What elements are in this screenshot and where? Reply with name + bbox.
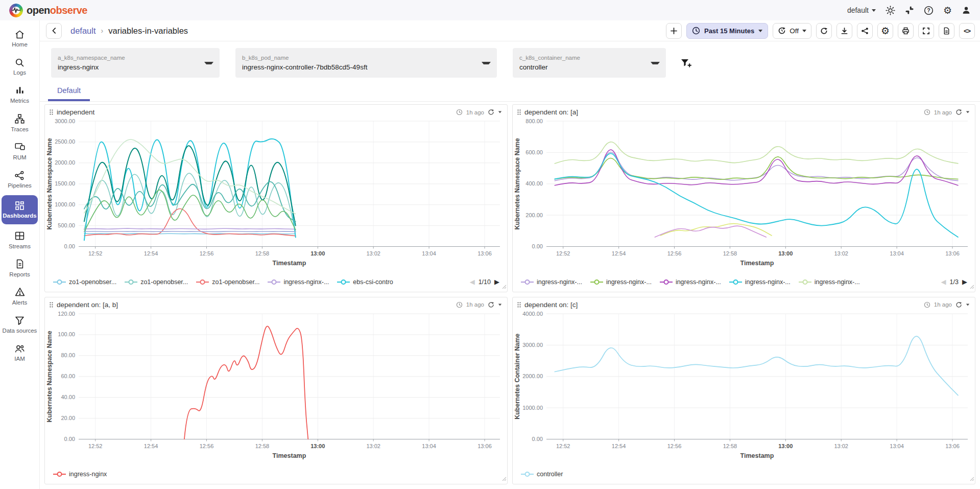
legend-item[interactable]: ingress-nginx-... <box>267 278 329 286</box>
help-icon[interactable]: ? <box>924 6 934 15</box>
drag-handle-icon[interactable] <box>517 109 521 115</box>
sidebar-item-home[interactable]: Home <box>0 25 39 52</box>
svg-text:12:58: 12:58 <box>723 250 737 257</box>
app-header: openobserve default ? ⚙ <box>0 0 980 20</box>
legend-item[interactable]: ingress-nginx-... <box>520 278 582 286</box>
legend-next-icon[interactable]: ▶ <box>494 278 499 286</box>
sidebar-item-streams[interactable]: Streams <box>0 227 39 253</box>
legend-item[interactable]: ingress-nginx-... <box>729 278 791 286</box>
logo-observe: observe <box>50 5 87 16</box>
last-refreshed-label: 1h ago <box>466 109 484 115</box>
legend-item[interactable]: ebs-csi-contro <box>337 278 393 286</box>
panel-menu-icon[interactable] <box>498 111 501 113</box>
chevron-down-icon <box>482 62 491 64</box>
legend-item[interactable]: zo1-openobser... <box>53 278 116 286</box>
legend-prev-icon[interactable]: ◀ <box>470 278 475 286</box>
legend-label: ingress-nginx-... <box>537 278 582 286</box>
sidebar-item-pipelines[interactable]: Pipelines <box>0 166 39 193</box>
chart-dependent-c[interactable]: 0.001000.002000.003000.004000.0012:5212:… <box>513 309 975 467</box>
variable-pod-select[interactable]: b_k8s_pod_name ingress-nginx-controller-… <box>235 48 497 78</box>
chart-dependent-a[interactable]: 0.00200.00400.00600.00800.0012:5212:5412… <box>513 117 975 274</box>
sidebar-item-logs[interactable]: Logs <box>0 53 39 80</box>
drag-handle-icon[interactable] <box>517 302 521 308</box>
legend-item[interactable]: ingress-nginx-... <box>798 278 860 286</box>
drag-handle-icon[interactable] <box>50 109 53 115</box>
panel-refresh-icon[interactable] <box>955 301 962 308</box>
share-button[interactable] <box>857 23 873 39</box>
logo-open: open <box>27 5 50 16</box>
org-selector-value: default <box>847 6 869 14</box>
variable-namespace-select[interactable]: a_k8s_namespace_name ingress-nginx <box>51 48 220 78</box>
panel-menu-icon[interactable] <box>498 304 501 306</box>
panel-refresh-icon[interactable] <box>488 109 494 115</box>
legend-item[interactable]: ingress-nginx <box>53 471 107 478</box>
panel-menu-icon[interactable] <box>966 111 969 113</box>
settings-gear-icon[interactable]: ⚙ <box>943 6 952 15</box>
sidebar-item-alerts[interactable]: Alerts <box>0 283 39 310</box>
auto-refresh-button[interactable]: Off <box>773 23 811 39</box>
panel-refresh-icon[interactable] <box>488 301 494 308</box>
drag-handle-icon[interactable] <box>50 302 53 308</box>
sidebar-item-dashboards[interactable]: Dashboards <box>2 195 38 224</box>
svg-text:0.00: 0.00 <box>64 243 75 249</box>
sidebar-item-reports[interactable]: Reports <box>0 255 39 282</box>
back-button[interactable] <box>46 23 62 39</box>
resize-handle-icon[interactable] <box>969 282 974 291</box>
legend-item[interactable]: zo1-openobser... <box>124 278 188 286</box>
legend-item[interactable]: ingress-nginx-... <box>590 278 652 286</box>
panels-grid: independent 1h ago 0.00500.001000.001500… <box>40 102 980 489</box>
legend-marker-icon <box>590 279 604 285</box>
resize-handle-icon[interactable] <box>501 282 506 291</box>
last-refreshed-label: 1h ago <box>466 301 484 308</box>
legend-item[interactable]: zo1-openobser... <box>196 278 259 286</box>
legend-next-icon[interactable]: ▶ <box>962 278 967 286</box>
dashboard-settings-button[interactable]: ⚙ <box>877 23 893 39</box>
fullscreen-button[interactable] <box>918 23 934 39</box>
resize-handle-icon[interactable] <box>969 474 974 483</box>
legend-label: zo1-openobser... <box>140 278 188 286</box>
sidebar-item-metrics[interactable]: Metrics <box>0 81 39 108</box>
last-refreshed-label: 1h ago <box>934 301 952 308</box>
chart-dependent-ab[interactable]: 0.0020.0040.0060.0080.00100.00120.0012:5… <box>45 309 507 467</box>
panel-menu-icon[interactable] <box>966 304 969 306</box>
legend-item[interactable]: controller <box>520 471 563 478</box>
variable-container-select[interactable]: c_k8s_container_name controller <box>513 48 666 78</box>
breadcrumb-org[interactable]: default <box>70 26 96 36</box>
chart-independent[interactable]: 0.00500.001000.001500.002000.002500.0030… <box>45 117 507 274</box>
panel-refresh-icon[interactable] <box>955 109 962 115</box>
resize-handle-icon[interactable] <box>501 474 506 483</box>
legend-marker-icon <box>267 279 281 285</box>
svg-text:13:00: 13:00 <box>310 250 325 257</box>
legend-item[interactable]: ingress-nginx-... <box>659 278 721 286</box>
add-filter-icon[interactable] <box>680 57 692 69</box>
json-button[interactable] <box>939 23 954 39</box>
tab-default[interactable]: Default <box>48 83 90 101</box>
openobserve-logo[interactable]: openobserve <box>9 4 87 17</box>
home-icon <box>14 29 25 40</box>
panel-dependent-a: dependent on: [a] 1h ago 0.00200.00400.0… <box>512 104 975 292</box>
last-refreshed-clock-icon <box>924 301 930 308</box>
theme-toggle-icon[interactable] <box>886 6 895 15</box>
org-selector[interactable]: default <box>847 6 876 14</box>
svg-text:12:56: 12:56 <box>200 443 214 449</box>
slack-icon[interactable] <box>905 6 914 15</box>
add-panel-button[interactable] <box>666 23 682 39</box>
sidebar-item-data-sources[interactable]: Data sources <box>0 311 39 338</box>
sidebar-item-traces[interactable]: Traces <box>0 110 39 136</box>
sidebar-item-rum[interactable]: RUM <box>0 138 39 165</box>
svg-text:0.00: 0.00 <box>532 436 543 442</box>
refresh-button[interactable] <box>816 23 832 39</box>
sidebar-item-label: Traces <box>11 126 29 133</box>
sidebar-item-iam[interactable]: IAM <box>0 339 39 366</box>
svg-text:500.00: 500.00 <box>58 222 75 228</box>
legend-marker-icon <box>124 279 138 285</box>
svg-text:400.00: 400.00 <box>525 180 543 187</box>
code-view-button[interactable]: <> <box>959 23 975 39</box>
legend-prev-icon[interactable]: ◀ <box>941 278 946 286</box>
profile-icon[interactable] <box>962 6 971 15</box>
time-range-button[interactable]: Past 15 Minutes <box>686 23 768 39</box>
svg-text:13:02: 13:02 <box>834 250 848 257</box>
iam-icon <box>14 343 26 354</box>
export-button[interactable] <box>836 23 852 39</box>
print-button[interactable] <box>898 23 914 39</box>
